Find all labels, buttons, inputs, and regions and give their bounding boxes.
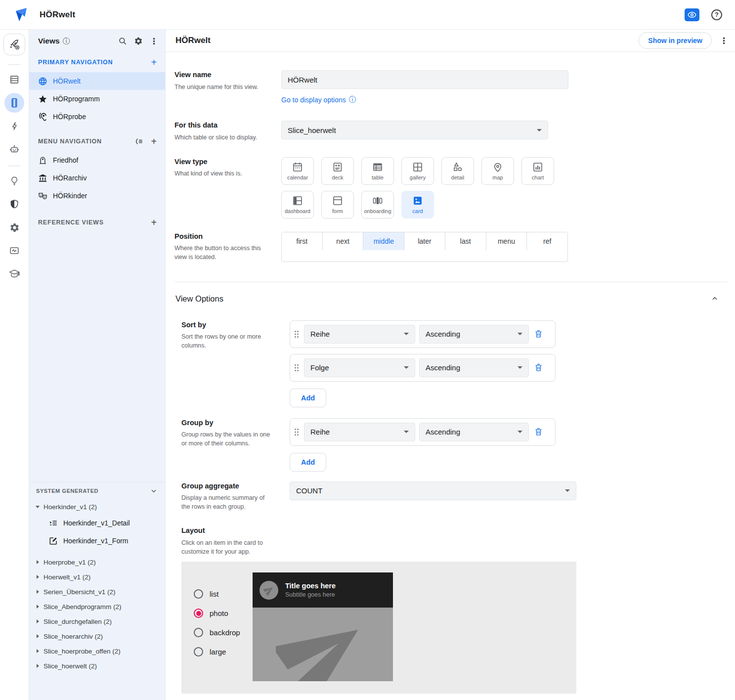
- sort-column-dropdown[interactable]: Folge: [304, 358, 415, 377]
- group-by-help: Group rows by the values in one or more …: [181, 430, 270, 448]
- system-generated-header[interactable]: SYSTEM GENERATED: [29, 482, 165, 499]
- menu-nav-expand-button[interactable]: [134, 137, 143, 146]
- view-type-deck[interactable]: deck: [321, 157, 354, 185]
- triangle-right-icon: [35, 619, 40, 624]
- card-preview-image[interactable]: [253, 608, 393, 681]
- rail-intelligence-button[interactable]: [4, 171, 24, 191]
- add-reference-view-button[interactable]: +: [151, 218, 157, 227]
- sidebar-item-hoerprogramm[interactable]: HÖRprogramm: [29, 90, 165, 108]
- group-add-button[interactable]: Add: [290, 453, 326, 472]
- system-group-hoerprobe-v1[interactable]: Hoerprobe_v1 (2): [29, 555, 165, 569]
- layout-option-photo[interactable]: photo: [194, 609, 253, 618]
- view-type-card[interactable]: card: [401, 191, 434, 219]
- rail-settings-button[interactable]: [4, 218, 24, 237]
- system-group-serien-uebersicht-v1[interactable]: Serien_Übersicht_v1 (2): [29, 584, 165, 599]
- views-settings-button[interactable]: [134, 37, 143, 45]
- system-group-hoerwelt-v1[interactable]: Hoerwelt_v1 (2): [29, 569, 165, 584]
- sort-order-dropdown[interactable]: Ascending: [419, 358, 529, 377]
- sidebar-item-hoerarchiv[interactable]: HÖRarchiv: [29, 169, 165, 187]
- data-source-dropdown[interactable]: Slice_hoerwelt: [281, 121, 548, 139]
- view-type-map[interactable]: map: [481, 157, 514, 185]
- card-preview-title[interactable]: Title goes here: [285, 582, 336, 590]
- views-info-icon[interactable]: ⓘ: [63, 37, 70, 46]
- view-type-chart[interactable]: chart: [521, 157, 554, 185]
- rail-app-views-button[interactable]: [4, 93, 24, 113]
- deploy-rocket-button[interactable]: [3, 34, 25, 55]
- system-item-hoerkinder-v1-form[interactable]: Hoerkinder_v1_Form: [29, 532, 165, 550]
- sidebar-item-label: HÖRarchiv: [53, 174, 86, 182]
- layout-option-backdrop[interactable]: backdrop: [194, 628, 253, 637]
- views-search-button[interactable]: [118, 37, 127, 45]
- triangle-right-icon: [35, 649, 40, 654]
- view-type-calendar[interactable]: calendar: [281, 157, 314, 185]
- main-more-button[interactable]: ⋮: [720, 37, 728, 45]
- add-primary-view-button[interactable]: +: [151, 57, 157, 67]
- view-type-gallery[interactable]: gallery: [401, 157, 434, 185]
- rail-data-button[interactable]: [4, 70, 24, 89]
- view-type-dashboard[interactable]: dashboard: [281, 191, 314, 219]
- position-later[interactable]: later: [404, 232, 445, 250]
- group-column-dropdown[interactable]: Reihe: [304, 423, 415, 441]
- position-middle[interactable]: middle: [363, 232, 404, 250]
- help-button[interactable]: ?: [711, 9, 722, 20]
- view-type-detail[interactable]: detail: [441, 157, 474, 185]
- layout-label: Layout: [181, 526, 735, 536]
- position-first[interactable]: first: [282, 232, 323, 250]
- view-name-input[interactable]: [281, 70, 568, 89]
- sort-add-button[interactable]: Add: [290, 389, 326, 407]
- view-type-table[interactable]: table: [361, 157, 394, 185]
- position-ref[interactable]: ref: [527, 232, 567, 250]
- sort-column-dropdown[interactable]: Reihe: [304, 325, 415, 344]
- system-group-hoerkinder-v1[interactable]: Hoerkinder_v1 (2): [29, 499, 165, 514]
- position-last[interactable]: last: [445, 232, 486, 250]
- group-order-dropdown[interactable]: Ascending: [419, 423, 529, 441]
- show-in-preview-button[interactable]: Show in preview: [639, 32, 712, 49]
- rail-chatbot-button[interactable]: [4, 139, 24, 159]
- sidebar-item-hoerwelt[interactable]: HÖRwelt: [29, 72, 165, 90]
- preview-eye-button[interactable]: [685, 8, 699, 21]
- section-divider: [174, 282, 727, 282]
- trash-icon: [534, 329, 543, 339]
- rail-monitor-button[interactable]: [4, 241, 24, 261]
- sidebar-item-hoerkinder[interactable]: HÖRkinder: [29, 187, 165, 205]
- sidebar-item-hoerprobe[interactable]: HÖRprobe: [29, 108, 165, 126]
- views-sidebar: Views ⓘ ⋮ PRIMARY NAVIGATION +: [29, 30, 166, 700]
- view-name-help: The unique name for this view.: [174, 83, 263, 91]
- rail-learn-button[interactable]: [4, 264, 24, 284]
- card-layout-preview[interactable]: Title goes here Subtitle goes here: [253, 572, 393, 681]
- drag-handle-icon[interactable]: [293, 428, 300, 436]
- delete-sort-rule-button[interactable]: [534, 329, 543, 339]
- card-preview-header[interactable]: Title goes here Subtitle goes here: [253, 572, 393, 608]
- rail-security-button[interactable]: [4, 194, 24, 214]
- system-group-slice-hoerarchiv[interactable]: Slice_hoerarchiv (2): [29, 629, 165, 644]
- views-more-button[interactable]: ⋮: [150, 37, 158, 45]
- system-group-slice-hoerprobe-offen[interactable]: Slice_hoerprobe_offen (2): [29, 644, 165, 658]
- tile-label: dashboard: [285, 208, 310, 214]
- system-group-slice-abendprogramm[interactable]: Slice_Abendprogramm (2): [29, 599, 165, 614]
- drag-handle-icon[interactable]: [293, 364, 300, 372]
- system-group-slice-durchgefallen[interactable]: Slice_durchgefallen (2): [29, 614, 165, 629]
- rail-automation-button[interactable]: [4, 116, 24, 136]
- card-avatar[interactable]: [259, 581, 278, 600]
- delete-group-rule-button[interactable]: [534, 427, 543, 437]
- form-edit-icon: [49, 536, 58, 545]
- sidebar-item-friedhof[interactable]: Friedhof: [29, 151, 165, 169]
- tile-label: gallery: [410, 175, 426, 180]
- layout-option-list[interactable]: list: [194, 589, 253, 599]
- view-type-form[interactable]: form: [321, 191, 354, 219]
- system-item-hoerkinder-v1-detail[interactable]: Hoerkinder_v1_Detail: [29, 514, 165, 532]
- layout-option-large[interactable]: large: [194, 647, 253, 656]
- app-header: HÖRwelt ?: [0, 0, 735, 30]
- chevron-up-icon[interactable]: [711, 295, 718, 302]
- add-menu-view-button[interactable]: +: [151, 136, 157, 146]
- group-aggregate-dropdown[interactable]: COUNT: [290, 481, 576, 500]
- system-group-slice-hoerwelt[interactable]: Slice_hoerwelt (2): [29, 658, 165, 673]
- go-to-display-options-link[interactable]: Go to display options ⓘ: [281, 95, 568, 104]
- delete-sort-rule-button[interactable]: [534, 363, 543, 372]
- position-next[interactable]: next: [323, 232, 364, 250]
- card-preview-subtitle[interactable]: Subtitle goes here: [285, 591, 336, 598]
- view-type-onboarding[interactable]: onboarding: [361, 191, 394, 219]
- position-menu[interactable]: menu: [486, 232, 527, 250]
- drag-handle-icon[interactable]: [293, 330, 300, 338]
- sort-order-dropdown[interactable]: Ascending: [419, 325, 529, 344]
